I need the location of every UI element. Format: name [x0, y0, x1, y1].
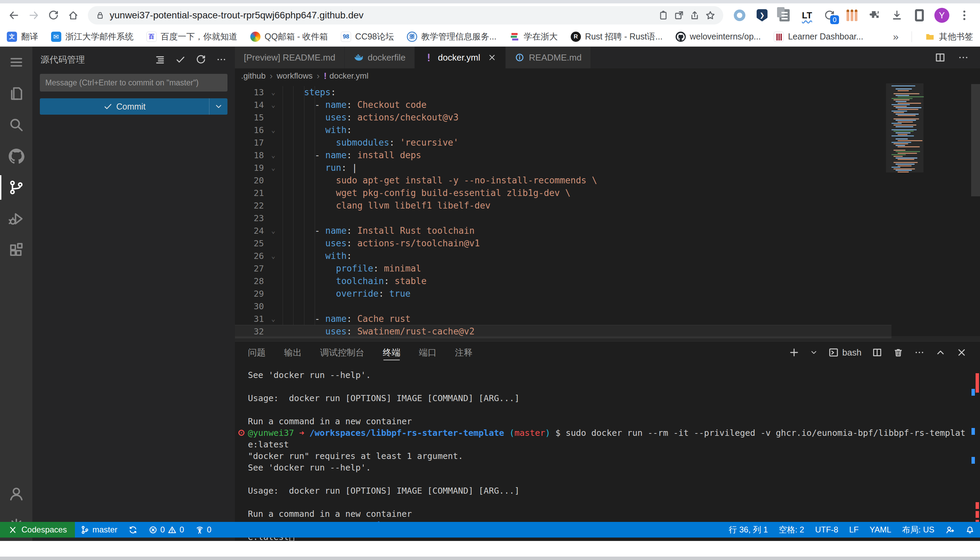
status-item[interactable]: YAML: [864, 525, 897, 535]
sync-button[interactable]: [123, 522, 143, 538]
problems-indicator[interactable]: 0 0: [143, 522, 190, 538]
tab-docker-yml[interactable]: !docker.yml: [415, 47, 506, 68]
fold-icon[interactable]: ⌄: [264, 86, 283, 99]
bookmark-item[interactable]: weloveinterns/op...: [676, 32, 761, 42]
line-number: 26: [235, 250, 264, 262]
bookmarks-overflow-chevron[interactable]: »: [893, 31, 899, 43]
close-icon[interactable]: [488, 53, 497, 62]
bookmark-star-icon[interactable]: [705, 10, 716, 21]
fold-icon[interactable]: ⌄: [264, 225, 283, 237]
code-editor[interactable]: 13⌄ steps:14⌄ - name: Checkout code15 us…: [235, 83, 980, 341]
feedback-button[interactable]: [940, 525, 960, 535]
view-as-list-icon[interactable]: [155, 54, 166, 65]
commit-button[interactable]: Commit: [40, 98, 227, 115]
panel-tab-终端[interactable]: 终端: [383, 342, 400, 363]
terminal-picker-chevron-icon[interactable]: [810, 348, 818, 357]
fold-icon[interactable]: ⌄: [264, 149, 283, 162]
panel-tab-输出[interactable]: 输出: [284, 342, 302, 363]
bullets-extension-icon[interactable]: [845, 8, 860, 23]
extension-ring-icon[interactable]: [732, 8, 747, 23]
menu-button[interactable]: [0, 47, 32, 78]
extensions-puzzle-icon[interactable]: [867, 8, 882, 23]
tab-dockerfile[interactable]: dockerfile: [345, 47, 415, 68]
status-item[interactable]: LF: [844, 525, 864, 535]
fold-icon[interactable]: ⌄: [264, 124, 283, 137]
account-button[interactable]: [0, 478, 32, 510]
split-editor-icon[interactable]: [934, 52, 946, 63]
commit-message-input[interactable]: [40, 74, 227, 92]
close-panel-icon[interactable]: [956, 347, 967, 358]
editor-horizontal-scrollbar[interactable]: [235, 336, 980, 341]
fold-icon[interactable]: ⌄: [264, 250, 283, 262]
breadcrumb-folder[interactable]: .github: [241, 71, 266, 81]
split-terminal-icon[interactable]: [872, 347, 883, 358]
panel-more-icon[interactable]: [914, 347, 925, 358]
fold-icon[interactable]: ⌄: [264, 313, 283, 325]
bookmark-item[interactable]: 浙教学管理信息服务...: [407, 31, 497, 42]
sidepanel-icon[interactable]: [912, 8, 927, 23]
commit-action-icon[interactable]: [175, 54, 186, 65]
status-item[interactable]: UTF-8: [810, 525, 844, 535]
downloads-icon[interactable]: [890, 8, 905, 23]
status-item[interactable]: 布局: US: [896, 524, 940, 535]
status-item[interactable]: 空格: 2: [773, 524, 810, 535]
refresh-scm-icon[interactable]: [196, 54, 206, 65]
terminal[interactable]: See 'docker run --help'.Usage: docker ru…: [248, 370, 970, 541]
clipboard-icon[interactable]: [658, 10, 669, 21]
breadcrumb-file[interactable]: ! docker.yml: [324, 71, 368, 81]
bookmark-item[interactable]: 百百度一下，你就知道: [146, 31, 237, 42]
branch-indicator[interactable]: master: [75, 522, 122, 538]
extension-docs-icon[interactable]: [777, 8, 792, 23]
panel-tab-调试控制台[interactable]: 调试控制台: [320, 342, 365, 363]
panel-tab-注释[interactable]: 注释: [455, 342, 473, 363]
back-button[interactable]: [5, 6, 23, 25]
tab--preview-readme-md[interactable]: [Preview] README.md: [235, 47, 345, 68]
kill-terminal-icon[interactable]: [893, 347, 904, 358]
browser-avatar[interactable]: Y: [934, 8, 949, 23]
terminal-instance[interactable]: bash: [828, 347, 861, 358]
open-in-new-icon[interactable]: [674, 10, 684, 21]
other-bookmarks[interactable]: 其他书签: [925, 31, 973, 42]
fold-icon[interactable]: ⌄: [264, 162, 283, 174]
reload-button[interactable]: [44, 6, 63, 25]
status-item[interactable]: 行 36, 列 1: [723, 524, 773, 535]
bookmark-item[interactable]: QQ邮箱 - 收件箱: [250, 31, 328, 42]
bookmark-item[interactable]: 学在浙大: [509, 31, 558, 42]
breadcrumb-folder[interactable]: workflows: [277, 71, 313, 81]
sidebar-item-extensions[interactable]: [0, 234, 32, 266]
panel-tab-端口[interactable]: 端口: [419, 342, 436, 363]
notifications-button[interactable]: [960, 525, 980, 535]
home-button[interactable]: [64, 6, 82, 25]
browser-menu-icon[interactable]: [957, 8, 972, 23]
sidebar-item-source-control[interactable]: [0, 172, 32, 203]
sidebar-item-explorer[interactable]: [0, 78, 32, 109]
refresh-extension-icon[interactable]: 0: [822, 8, 837, 23]
bookmark-item[interactable]: ✉浙江大学邮件系统: [51, 31, 134, 42]
extension-shield-icon[interactable]: ❯: [754, 8, 769, 23]
commit-dropdown[interactable]: [209, 98, 227, 115]
bookmark-item[interactable]: Learner Dashboar...: [774, 32, 863, 42]
bookmark-item[interactable]: 98CC98论坛: [341, 31, 394, 42]
languagetool-icon[interactable]: LT: [799, 8, 814, 23]
forward-button[interactable]: [25, 6, 43, 25]
maximize-panel-icon[interactable]: [935, 347, 946, 358]
sidebar-item-github[interactable]: [0, 140, 32, 172]
more-actions-icon[interactable]: [216, 54, 227, 65]
bookmark-item[interactable]: RRust 招聘 - Rust语...: [571, 31, 663, 42]
panel-tab-问题[interactable]: 问题: [248, 342, 266, 363]
new-terminal-icon[interactable]: [789, 347, 799, 358]
bookmark-item[interactable]: 文翻译: [7, 31, 38, 42]
url-bar[interactable]: yunwei37-potential-space-trout-rpr5qwj66…: [88, 6, 723, 25]
ports-count: 0: [207, 525, 211, 535]
minimap[interactable]: [891, 85, 919, 266]
share-icon[interactable]: [689, 10, 700, 21]
fold-icon[interactable]: ⌄: [264, 99, 283, 111]
sidebar-item-run-debug[interactable]: [0, 203, 32, 234]
minimap-line: [893, 131, 913, 132]
tab-readme-md[interactable]: README.md: [506, 47, 591, 68]
ports-indicator[interactable]: 0: [190, 522, 217, 538]
remote-indicator[interactable]: Codespaces: [0, 522, 75, 538]
editor-scrollbar[interactable]: [971, 84, 980, 196]
sidebar-item-search[interactable]: [0, 109, 32, 140]
editor-more-icon[interactable]: [958, 52, 969, 63]
